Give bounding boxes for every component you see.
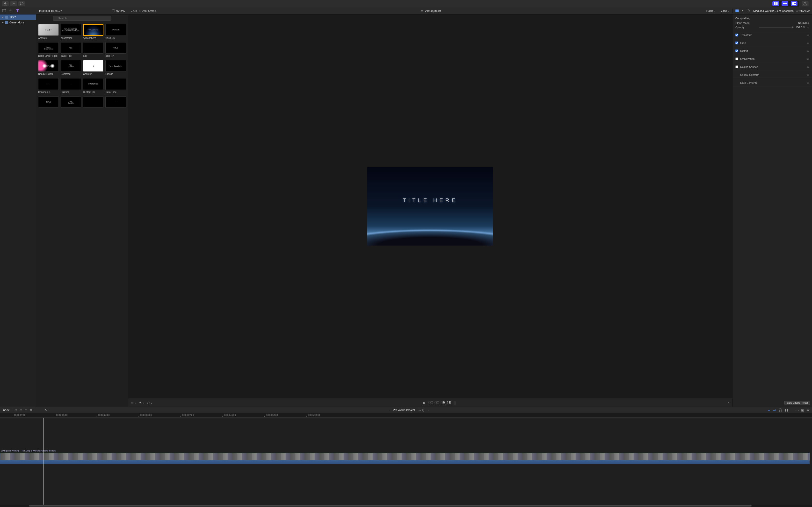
title-item[interactable]: 1Chapter — [83, 60, 104, 75]
layout-3-button[interactable] — [791, 1, 798, 6]
section-checkbox[interactable] — [735, 50, 738, 52]
inspector-section-transform[interactable]: Transform▱ — [732, 31, 812, 39]
title-thumbnail: TEXT — [38, 24, 59, 36]
bg-tasks-button[interactable] — [18, 1, 25, 6]
title-label: Date/Time — [105, 91, 126, 94]
title-item[interactable]: Name DescriptionBasic Lower Third — [38, 42, 59, 57]
section-checkbox[interactable] — [735, 57, 738, 60]
scrollbar-thumb[interactable] — [29, 505, 752, 507]
overwrite-clip-icon[interactable]: ⊠ ⌄ — [30, 408, 35, 412]
title-item[interactable]: CUSTOM 3DCustom 3D — [83, 78, 104, 94]
title-item[interactable] — [83, 96, 104, 109]
preview-canvas[interactable]: TITLE HERE — [367, 167, 493, 245]
effects-browser-icon[interactable]: ▣ — [801, 408, 804, 412]
opacity-keyframe-icon[interactable]: ◇ — [807, 26, 809, 29]
select-tool-dropdown[interactable]: ↖ ⌄ — [45, 408, 50, 412]
title-item[interactable]: ~Blur — [83, 42, 104, 57]
viewer-clip-name: Atmosphere — [425, 9, 441, 12]
inspector-section-stabilization[interactable]: Stabilization▱ — [732, 55, 812, 63]
title-item[interactable]: ~Continuous — [38, 78, 59, 94]
next-edit-icon[interactable]: › — [428, 409, 429, 412]
transform-tool-dropdown[interactable]: ▭ ⌄ — [131, 401, 136, 404]
inspector-section-rate-conform[interactable]: Rate Conform▱ — [732, 79, 812, 87]
skimming-icon[interactable]: ⫤ — [767, 408, 770, 412]
browser-title[interactable]: Installed Titles — [39, 9, 57, 12]
section-tool-icon[interactable]: ▱ — [807, 49, 809, 53]
media-library-icon[interactable] — [2, 9, 6, 13]
opacity-slider[interactable] — [759, 27, 794, 27]
retime-dropdown[interactable]: ◷ ⌄ — [147, 401, 152, 404]
inspector-section-crop[interactable]: Crop▱ — [732, 39, 812, 47]
title-thumbnail: TITLE SUBTITLE INFORMATION MORE — [61, 24, 81, 36]
section-tool-icon[interactable]: ▱ — [807, 57, 809, 61]
section-tool-icon[interactable]: ▱ — [807, 81, 809, 84]
zoom-dropdown[interactable]: 100% ⌄ — [706, 9, 716, 12]
search-input[interactable] — [53, 16, 111, 21]
section-label: Rolling Shutter — [740, 65, 805, 68]
keyword-button[interactable] — [10, 1, 17, 6]
play-button[interactable]: ▶ — [423, 401, 426, 405]
audio-skimming-icon[interactable]: ⫥ — [773, 408, 776, 412]
title-item[interactable]: Date/Time — [105, 78, 126, 94]
snapping-icon[interactable]: ▮▮ — [785, 408, 788, 412]
title-item[interactable]: TITLEBoogie Lights — [38, 60, 59, 75]
title-thumbnail: TITLE — [105, 42, 126, 54]
view-dropdown[interactable]: View ⌄ — [721, 9, 729, 12]
title-item[interactable]: Name DescriptionClouds — [105, 60, 126, 75]
video-inspector-icon[interactable] — [735, 9, 739, 13]
svg-rect-8 — [794, 4, 796, 5]
sort-icon[interactable]: ▲▼ — [58, 10, 62, 12]
timeline-ruler[interactable]: 00:00:07:3000:00:15:0000:00:22:3000:00:3… — [0, 413, 812, 418]
inspector-section-spatial-conform[interactable]: Spatial Conform▱ — [732, 71, 812, 79]
title-item[interactable]: TITLEBold Fin — [105, 42, 126, 57]
title-item[interactable]: Title SubtitleCentered — [61, 60, 81, 75]
share-button[interactable] — [802, 1, 809, 6]
section-tool-icon[interactable]: ▱ — [807, 33, 809, 37]
title-thumbnail — [83, 96, 104, 108]
section-tool-icon[interactable]: ▱ — [807, 41, 809, 45]
titles-library-icon[interactable] — [15, 9, 20, 13]
timeline-body[interactable]: Living and Working - 4k Living & Working… — [0, 418, 812, 505]
photos-library-icon[interactable] — [9, 9, 13, 13]
video-clip[interactable] — [0, 453, 810, 460]
title-item[interactable]: TITLE HEREAtmosphere — [83, 24, 104, 39]
enhance-dropdown[interactable]: ✦ ⌄ — [139, 401, 144, 404]
section-checkbox[interactable] — [735, 34, 738, 37]
info-inspector-icon[interactable] — [747, 9, 750, 13]
insert-clip-icon[interactable]: ⊞ — [19, 408, 22, 412]
section-checkbox[interactable] — [735, 42, 738, 44]
index-button[interactable]: Index — [2, 408, 9, 412]
import-button[interactable] — [2, 1, 9, 6]
timeline-scrollbar[interactable] — [0, 505, 812, 507]
section-checkbox[interactable] — [735, 65, 738, 68]
title-item[interactable]: TitleBasic Title — [61, 42, 81, 57]
audio-clip[interactable] — [0, 460, 810, 464]
sidebar-item-titles[interactable]: ▶Titles — [0, 14, 36, 20]
clip-appearance-icon[interactable]: ▭ — [796, 408, 799, 412]
transitions-browser-icon[interactable]: ⋈ — [806, 408, 810, 412]
blend-mode-dropdown[interactable]: Normal ⇵ — [798, 21, 809, 24]
inspector-section-rolling-shutter[interactable]: Rolling Shutter▱ — [732, 63, 812, 71]
fullscreen-button[interactable]: ⤢ — [727, 401, 730, 404]
title-item[interactable]: TEXTActivate — [38, 24, 59, 39]
append-clip-icon[interactable]: ⊡ — [24, 408, 27, 412]
title-item[interactable]: TITLE — [38, 96, 59, 109]
audio-inspector-icon[interactable] — [741, 9, 745, 13]
inspector-section-distort[interactable]: Distort▱ — [732, 47, 812, 55]
section-tool-icon[interactable]: ▱ — [807, 73, 809, 76]
4k-only-checkbox[interactable] — [112, 9, 115, 12]
solo-icon[interactable]: 🎧 — [778, 408, 782, 412]
title-item[interactable]: ~ — [105, 96, 126, 109]
sidebar-item-generators[interactable]: ▶Generators — [0, 20, 36, 25]
title-item[interactable]: Title Subtitle — [61, 96, 81, 109]
save-preset-button[interactable]: Save Effects Preset — [784, 401, 810, 405]
connect-clip-icon[interactable]: ⊟ — [14, 408, 17, 412]
section-tool-icon[interactable]: ▱ — [807, 65, 809, 68]
opacity-value[interactable]: 100.0 % — [796, 26, 805, 29]
prev-edit-icon[interactable]: ‹ — [389, 409, 390, 412]
title-item[interactable]: TITLE SUBTITLE INFORMATION MOREAssembler — [61, 24, 81, 39]
title-item[interactable]: BASIC 3DBasic 3D — [105, 24, 126, 39]
title-item[interactable]: ~Custom — [61, 78, 81, 94]
layout-2-button[interactable] — [781, 1, 788, 6]
layout-1-button[interactable] — [772, 1, 779, 6]
